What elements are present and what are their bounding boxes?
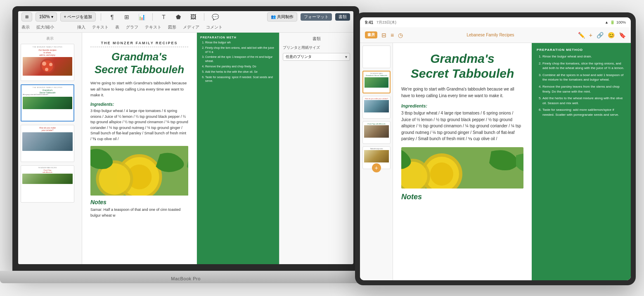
doc-notes-section: Notes Samar: Half a teaspoon of that and… <box>90 199 188 218</box>
organize-label: 書類 <box>339 14 347 19</box>
text2-tool[interactable]: T <box>158 12 169 21</box>
chart-tool-label[interactable]: グラフ <box>126 24 138 30</box>
printer-dropdown[interactable]: 任意のプリンタ ▾ <box>283 53 350 61</box>
mac-page-sidebar: 表示 1 THE MONZER FAMILY RECIPES Our favor… <box>18 33 82 264</box>
page-thumb-3[interactable]: How do you makeyour za'atar? <box>21 125 74 162</box>
collab-button[interactable]: 👥 共同制作 <box>267 12 297 21</box>
mac-toolbar: ⊞ 150% ▾ + ページを追加 ¶ <box>18 11 353 33</box>
prep-step-4: Remove the parsley and chop finely. Do <box>205 64 276 69</box>
ipad-list-icon[interactable]: ≡ <box>391 32 394 38</box>
prep-step-5: Add the herbs to the with the olive oil.… <box>205 70 276 74</box>
add-page-button[interactable]: + ページを追加 <box>60 12 96 21</box>
macbook: ⊞ 150% ▾ + ページを追加 ¶ <box>0 0 372 296</box>
ipad-ingredients: 3 tbsp bulgur wheat / 4 large ripe tomat… <box>401 110 523 142</box>
doc-site-title: THE MONZER FAMILY RECIPES <box>90 41 188 45</box>
ipad-smile-icon[interactable]: 😊 <box>608 32 615 38</box>
battery-icon: 🔋 <box>610 20 615 24</box>
text-tool-label[interactable]: テキスト <box>92 24 109 30</box>
ipad-prep-step-1: Rinse the bulgur wheat and drain. <box>542 54 626 59</box>
ipad-share-icon[interactable]: 🔗 <box>597 32 604 38</box>
ipad-frame: 9:41 7月23日(木) ▲ 🔋 100% 書房 ⊟ ≡ ◷ Lebanese… <box>355 12 636 285</box>
shape-tool[interactable]: ⬟ <box>173 12 184 21</box>
mac-right-panel: 書類 プリンタと用紙サイズ 任意のプリンタ ▾ <box>279 33 353 264</box>
view-label[interactable]: 表示 <box>21 24 30 30</box>
ipad-prep-panel: PREPARATION METHOD Rinse the bulgur whea… <box>532 43 631 280</box>
text-insert-tool[interactable]: ¶ <box>106 12 118 21</box>
ipad-thumb5-image <box>364 150 389 162</box>
zoom-label[interactable]: 拡大/縮小 <box>36 24 54 30</box>
prep-list: Rinse the bulgur wh Finely chop the tom … <box>200 41 276 83</box>
ipad-add-page-button[interactable]: + <box>372 163 381 172</box>
ipad: 9:41 7月23日(木) ▲ 🔋 100% 書房 ⊟ ≡ ◷ Lebanese… <box>355 12 636 285</box>
ipad-prep-title: PREPARATION METHOD <box>537 48 626 52</box>
organize-button[interactable]: 書類 <box>335 13 350 21</box>
shape-label[interactable]: 図形 <box>168 24 176 30</box>
prep-step-2: Finely chop the tom onions, and add bot … <box>205 46 276 54</box>
prep-step-1: Rinse the bulgur wh <box>205 41 276 45</box>
ipad-prep-step-2: Finely chop the tomatoes, slice the spri… <box>542 61 626 71</box>
zoom-value: 150% <box>39 14 50 19</box>
doc-divider <box>90 47 188 47</box>
ipad-thumb3-headline: How do you make your za'atar? <box>364 98 389 100</box>
ipad-ingredients-label: Ingredients: <box>401 103 523 108</box>
ipad-books-button[interactable]: 書房 <box>365 31 377 38</box>
page-view-button[interactable]: ⊞ <box>21 12 32 21</box>
page-thumb-4[interactable]: THE MONZER FAMILY RECIPES Fresh Figswith… <box>21 165 74 203</box>
printer-row: プリンタと用紙サイズ <box>283 45 350 50</box>
table-tool[interactable]: ⊞ <box>121 12 133 21</box>
toolbar-sep-3 <box>204 13 204 21</box>
doc-prep-panel: PREPARATION METH Rinse the bulgur wh Fin… <box>197 33 279 264</box>
insert-label[interactable]: 挿入 <box>77 24 85 30</box>
ipad-thumb5-content: Tabbouleh recipe notes <box>363 147 390 164</box>
thumb2-site-title: THE MONZER FAMILY RECIPES <box>23 86 72 88</box>
thumb1-headline: Our favorite recipesto share,add to, and… <box>23 49 72 56</box>
ipad-recipe-title: Grandma's Secret Tabbouleh <box>401 51 523 81</box>
ipad-page-thumb-4[interactable]: Fresh Figs with Almonds <box>362 121 391 144</box>
text2-label[interactable]: テキスト <box>145 24 161 30</box>
ipad-screen: 9:41 7月23日(木) ▲ 🔋 100% 書房 ⊟ ≡ ◷ Lebanese… <box>360 17 631 280</box>
ipad-grid-icon[interactable]: ⊟ <box>381 32 386 38</box>
page-thumb-2[interactable]: THE MONZER FAMILY RECIPES Grandma'sSecre… <box>21 84 74 122</box>
media-tool[interactable]: 🖼 <box>187 12 199 21</box>
ipad-page-thumb-2[interactable]: THE MONZER FAMILY Grandma's Secret Tabbo… <box>362 71 391 93</box>
svg-point-3 <box>49 63 52 66</box>
ipad-thumb3-image <box>364 100 389 112</box>
ipad-plus-icon[interactable]: + <box>589 32 592 38</box>
ipad-thumb2-headline: Grandma's Secret Tabbouleh <box>365 74 388 76</box>
macbook-label: MacBook Pro <box>171 276 201 281</box>
thumb1-site-title: THE MONZER FAMILY RECIPES <box>23 46 72 48</box>
ipad-clock-icon[interactable]: ◷ <box>398 32 403 38</box>
doc-intro: We're going to start with Grandma's tabb… <box>90 80 188 98</box>
ipad-status-icons: ▲ 🔋 100% <box>605 20 626 24</box>
ipad-toolbar-left: 書房 ⊟ ≡ ◷ <box>365 31 403 38</box>
ipad-page-thumb-3[interactable]: How do you make your za'atar? <box>362 96 391 119</box>
table-tool-label[interactable]: 表 <box>115 24 119 30</box>
collab-label: 共同制作 <box>277 14 294 20</box>
prep-step-6: Taste for seasoning: spice if needed. Sc… <box>205 75 276 84</box>
panel-title: 書類 <box>283 36 350 42</box>
doc-notes-title: Notes <box>90 199 188 205</box>
zoom-button[interactable]: 150% ▾ <box>36 12 57 21</box>
ipad-thumb2-content: THE MONZER FAMILY Grandma's Secret Tabbo… <box>363 72 390 89</box>
macbook-screen: ⊞ 150% ▾ + ページを追加 ¶ <box>18 11 353 264</box>
format-button[interactable]: フォーマット <box>301 13 332 21</box>
ipad-thumb4-image <box>364 125 389 138</box>
prep-panel-green: PREPARATION METH Rinse the bulgur wh Fin… <box>197 33 279 264</box>
comment-label[interactable]: コメント <box>206 24 223 30</box>
media-label[interactable]: メディア <box>183 24 199 30</box>
ipad-time: 9:41 <box>365 20 373 25</box>
ipad-bookmark-icon[interactable]: 🔖 <box>619 32 626 38</box>
ipad-pencil-icon[interactable]: ✏️ <box>578 32 585 38</box>
ipad-thumb4-content: Fresh Figs with Almonds <box>363 122 390 139</box>
thumb2-image <box>23 97 72 109</box>
svg-point-4 <box>45 68 48 71</box>
svg-point-14 <box>430 162 453 186</box>
comment-tool[interactable]: 💬 <box>209 12 221 21</box>
ipad-toolbar: 書房 ⊟ ≡ ◷ Lebanese Family Recipes ✏️ + 🔗 … <box>360 27 631 43</box>
ipad-page-thumb-1[interactable] <box>362 45 391 68</box>
thumb3-headline: How do you makeyour za'atar? <box>22 127 73 131</box>
ipad-sidebar: 1 2 THE MONZER FAMILY Grandma's Secret T… <box>360 43 393 280</box>
page-thumb-1[interactable]: THE MONZER FAMILY RECIPES Our favorite r… <box>21 44 74 81</box>
prep-title: PREPARATION METH <box>200 36 276 39</box>
chart-tool[interactable]: 📊 <box>136 12 147 21</box>
